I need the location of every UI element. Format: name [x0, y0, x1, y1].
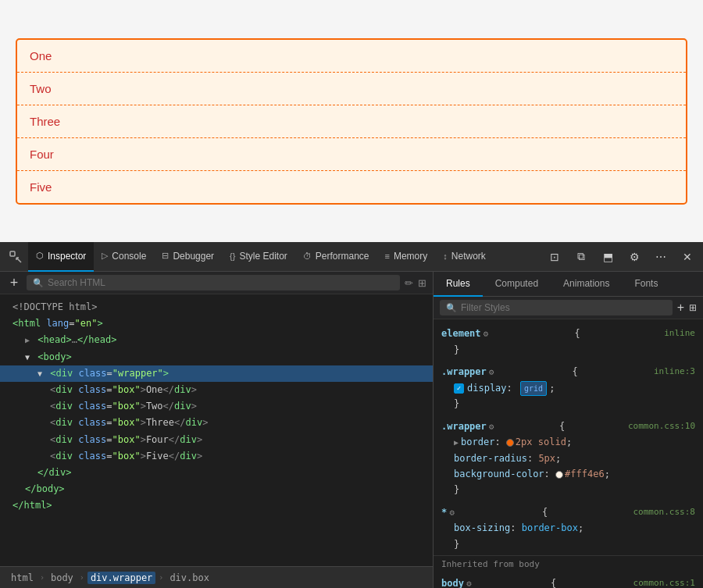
copy-color-icon[interactable]: ⊞: [689, 302, 697, 313]
html-tree-line[interactable]: <div class="box">Five</div>: [0, 448, 433, 465]
tab-bar-right: ⊡ ⧉ ⬒ ⚙ ⋯ ✕: [542, 244, 700, 269]
html-tree-line[interactable]: <div class="box">Three</div>: [0, 415, 433, 431]
rule-gear-icon[interactable]: ⚙: [489, 422, 494, 432]
rule-selector[interactable]: *⚙: [441, 504, 457, 521]
rule-brace-close: }: [441, 396, 695, 412]
pick-element-icon[interactable]: [3, 244, 28, 269]
html-tree-line[interactable]: <!DOCTYPE html>: [0, 299, 433, 315]
network-label: Network: [451, 251, 486, 262]
tab-network[interactable]: ↕ Network: [435, 242, 494, 272]
html-tree-line[interactable]: </body>: [0, 481, 433, 497]
inspector-tab-icon: ⬡: [36, 251, 44, 261]
prop-name: border-radius: [454, 453, 527, 464]
debugger-tab-label: Debugger: [173, 251, 214, 262]
style-editor-icon: {}: [230, 251, 235, 261]
rule-brace-open: {: [575, 326, 580, 341]
color-swatch[interactable]: [506, 439, 514, 447]
performance-icon: ⏱: [303, 251, 312, 261]
html-toolbar: + 🔍 ✏ ⊞: [0, 272, 433, 294]
tab-memory[interactable]: ≡ Memory: [377, 242, 436, 272]
tab-animations[interactable]: Animations: [551, 272, 622, 297]
rule-selector[interactable]: .wrapper⚙: [441, 419, 496, 435]
rule-gear-icon[interactable]: ⚙: [489, 367, 494, 377]
box-element: Five: [17, 171, 686, 203]
add-element-button[interactable]: +: [6, 275, 22, 290]
style-editor-label: Style Editor: [239, 251, 287, 262]
tab-rules[interactable]: Rules: [434, 272, 483, 297]
grid-badge[interactable]: grid: [520, 381, 547, 396]
rule-brace-open: {: [542, 504, 548, 520]
rule-property: box-sizing: border-box;: [441, 520, 695, 536]
dock-icon[interactable]: ⬒: [595, 244, 620, 269]
html-tree-line[interactable]: <div class="box">Two</div>: [0, 398, 433, 415]
style-rule: *⚙ {common.css:8box-sizing: border-box;}: [434, 501, 703, 555]
svg-rect-0: [10, 251, 15, 256]
styles-tabs: Rules Computed Animations Fonts: [434, 272, 703, 297]
tab-style-editor[interactable]: {} Style Editor: [222, 242, 295, 272]
screenshot-icon[interactable]: ⧉: [569, 244, 594, 269]
rule-brace-open: {: [559, 419, 565, 434]
html-tree-line[interactable]: <html lang="en">: [0, 315, 433, 332]
inherited-label: Inherited from body: [434, 555, 703, 572]
html-tree-line[interactable]: <div class="box">Four</div>: [0, 432, 433, 448]
rule-file[interactable]: common.css:8: [633, 505, 695, 520]
search-html-input[interactable]: [48, 277, 394, 288]
breadcrumb-item[interactable]: html: [8, 572, 37, 584]
rule-gear-icon[interactable]: ⚙: [466, 579, 472, 588]
add-rule-icon[interactable]: +: [677, 301, 684, 315]
html-tree-line[interactable]: </html>: [0, 497, 433, 514]
rule-file[interactable]: inline: [664, 326, 695, 341]
tab-inspector[interactable]: ⬡ Inspector: [28, 242, 94, 272]
rule-brace-close: }: [441, 536, 695, 552]
rule-selector[interactable]: element⚙: [441, 326, 491, 342]
breadcrumb-item[interactable]: div.wrapper: [87, 572, 155, 584]
html-tree-line[interactable]: </div>: [0, 465, 433, 481]
rule-property: border-radius: 5px;: [441, 451, 695, 466]
rule-file[interactable]: inline:3: [654, 365, 695, 380]
html-tree-line[interactable]: ▶ <head>…</head>: [0, 332, 433, 348]
edit-html-icon[interactable]: ✏: [405, 277, 413, 289]
rule-property: ▶border: 2px solid;: [441, 434, 695, 450]
rule-gear-icon[interactable]: ⚙: [484, 329, 489, 339]
rule-header: .wrapper⚙ {inline:3: [441, 364, 695, 380]
rule-file[interactable]: common.css:1: [633, 576, 695, 588]
html-tree-line[interactable]: ▼ <body>: [0, 349, 433, 365]
prop-value: 2px solid: [516, 437, 566, 447]
tab-fonts[interactable]: Fonts: [622, 272, 670, 297]
tab-performance[interactable]: ⏱ Performance: [295, 242, 377, 272]
rule-gear-icon[interactable]: ⚙: [449, 508, 455, 518]
inspector-tab-label: Inspector: [48, 251, 86, 262]
prop-expand-icon[interactable]: ▶: [454, 438, 459, 447]
box-element: Three: [17, 105, 686, 138]
rule-header: .wrapper⚙ {common.css:10: [441, 419, 695, 435]
overflow-icon[interactable]: ⋯: [648, 244, 673, 269]
breadcrumb-item[interactable]: body: [48, 572, 77, 584]
devtools-tab-bar: ⬡ Inspector ▷ Console ⊟ Debugger {} Styl…: [0, 242, 703, 272]
rule-selector[interactable]: .wrapper⚙: [441, 364, 496, 380]
rule-file[interactable]: common.css:10: [628, 419, 695, 434]
tab-console[interactable]: ▷ Console: [94, 242, 154, 272]
prop-checkbox[interactable]: ✓: [454, 383, 464, 394]
color-swatch[interactable]: [555, 471, 563, 479]
breadcrumb-item[interactable]: div.box: [166, 572, 212, 584]
settings-icon[interactable]: ⚙: [622, 244, 647, 269]
wrapper-element: OneTwoThreeFourFive: [16, 38, 687, 205]
filter-styles-input[interactable]: [461, 302, 666, 313]
expand-html-icon[interactable]: ⊞: [418, 277, 426, 289]
style-rule: .wrapper⚙ {common.css:10▶border: 2px sol…: [434, 415, 703, 501]
prop-value: 5px: [538, 453, 555, 464]
html-tree-line[interactable]: ▼ <div class="wrapper">: [0, 365, 433, 382]
rule-selector-text: body: [441, 578, 464, 588]
prop-name: display: [467, 383, 507, 394]
rule-header: body⚙ {common.css:1: [441, 576, 695, 588]
prop-value: border-box: [522, 522, 578, 533]
box-element: One: [17, 40, 686, 73]
tab-debugger[interactable]: ⊟ Debugger: [154, 242, 222, 272]
responsive-icon[interactable]: ⊡: [542, 244, 567, 269]
rule-selector[interactable]: body⚙: [441, 576, 474, 588]
tab-bar-left: ⬡ Inspector ▷ Console ⊟ Debugger {} Styl…: [3, 242, 542, 272]
tab-computed[interactable]: Computed: [483, 272, 551, 297]
close-devtools-icon[interactable]: ✕: [675, 244, 700, 269]
html-tree-line[interactable]: <div class="box">One</div>: [0, 382, 433, 398]
breadcrumb-separator: ›: [159, 573, 163, 582]
